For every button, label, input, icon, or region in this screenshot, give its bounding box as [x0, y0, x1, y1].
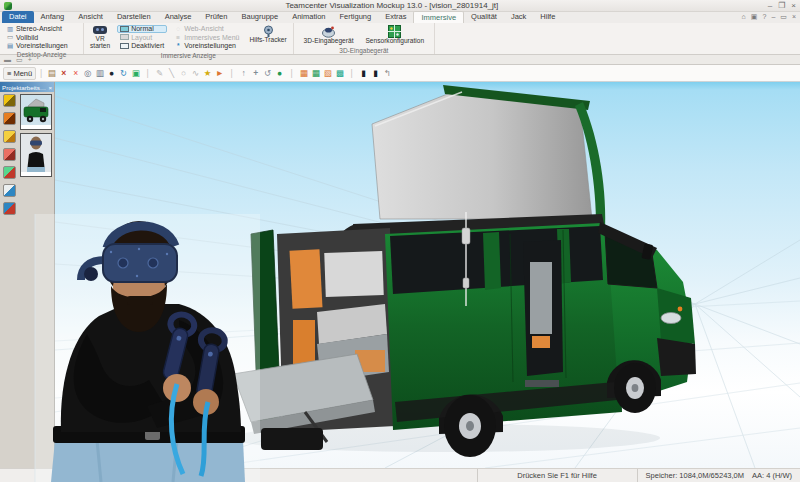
tab-label: Fertigung — [340, 12, 372, 21]
vr-starten-button[interactable]: VR starten — [87, 24, 113, 51]
display-mode-normal-button[interactable]: Normal — [117, 25, 167, 33]
freehand-markup-icon: ∿ — [190, 66, 201, 80]
delete-icon[interactable]: × — [58, 66, 69, 80]
toggle-panel-icon[interactable]: ▭ — [16, 56, 23, 64]
tab-label: Extras — [385, 12, 406, 21]
panel-title-bar[interactable]: Projektarbeitsbe... × — [0, 82, 54, 92]
immersive-voreinstellungen-button[interactable]: * Voreinstellungen — [171, 42, 242, 50]
side-door-opening — [523, 240, 563, 387]
jeans — [51, 440, 245, 482]
navigate-icon[interactable] — [3, 202, 16, 215]
desktop-voreinstellungen-button[interactable]: ▤ Voreinstellungen — [3, 42, 80, 50]
image-icon[interactable] — [3, 112, 16, 125]
grid-green-icon[interactable]: ▦ — [310, 66, 321, 80]
link-icon[interactable] — [3, 148, 16, 161]
tab-pruefen[interactable]: Prüfen — [198, 11, 234, 23]
tab-fertigung[interactable]: Fertigung — [333, 11, 379, 23]
minimize-window-icon[interactable]: – — [768, 1, 772, 11]
tab-label: Baugruppe — [241, 12, 278, 21]
restore-window-icon[interactable]: ❐ — [778, 1, 785, 11]
cascade-windows-icon[interactable]: ▣ — [751, 13, 758, 21]
monitor-layout-icon — [120, 34, 129, 40]
rear-wheel — [444, 395, 496, 457]
status-memory-text: Speicher: 1084,0M/65243,0M — [646, 471, 744, 480]
table-teal-icon[interactable]: ▩ — [334, 66, 345, 80]
tab-label: Immersive — [421, 13, 456, 22]
display-mode-deaktiviert-button[interactable]: Deaktiviert — [117, 42, 167, 50]
tab-qualitaet[interactable]: Qualität — [464, 11, 504, 23]
home-view-icon[interactable]: ⌂ — [742, 13, 746, 21]
front-wheel — [614, 363, 656, 413]
vollbild-button[interactable]: ▭ Vollbild — [3, 34, 80, 42]
grid-swap-icon[interactable]: ▧ — [322, 66, 333, 80]
pencil-markup-icon: ✎ — [154, 66, 165, 80]
sensorkonfiguration-button[interactable]: Sensorkonfiguration — [362, 24, 427, 46]
status-help-text: Drücken Sie F1 für Hilfe — [517, 471, 597, 480]
toggle-layout-icon[interactable]: ▬ — [4, 56, 11, 63]
status-aa-text: AA: 4 (H/W) — [752, 471, 792, 480]
chart-icon[interactable] — [3, 184, 16, 197]
tab-label: Anfang — [41, 12, 65, 21]
open-document-icon[interactable]: ▤ — [46, 66, 57, 80]
tab-label: Qualität — [471, 12, 497, 21]
immersives-menue-button: ≡ Immersives Menü — [171, 34, 242, 42]
panel-close-icon[interactable]: × — [48, 84, 52, 91]
tab-darstellen[interactable]: Darstellen — [110, 11, 158, 23]
grid-orange-icon[interactable]: ▦ — [298, 66, 309, 80]
restore-document-icon[interactable]: ▭ — [780, 13, 787, 21]
vr-person-snapshot-thumbnail[interactable] — [20, 133, 52, 177]
tab-animation[interactable]: Animation — [285, 11, 332, 23]
material-icon[interactable]: ● — [274, 66, 285, 80]
tab-label: Analyse — [165, 12, 192, 21]
bar-tool-icon[interactable]: ▮ — [358, 66, 369, 80]
move-up-icon[interactable]: ↑ — [238, 66, 249, 80]
bar-tool2-icon[interactable]: ▮ — [370, 66, 381, 80]
tab-label: Datei — [9, 12, 27, 21]
tab-label: Jack — [511, 12, 526, 21]
van-snapshot-thumbnail[interactable] — [20, 94, 52, 130]
monitor-disabled-icon — [120, 43, 129, 49]
tab-extras[interactable]: Extras — [378, 11, 413, 23]
snapshot-icon[interactable]: ▣ — [130, 66, 141, 80]
close-document-icon[interactable]: × — [792, 13, 796, 21]
transform-icon[interactable]: + — [250, 66, 261, 80]
folder-icon[interactable] — [3, 130, 16, 143]
gears-icon[interactable] — [3, 166, 16, 179]
highlight-icon[interactable]: ★ — [202, 66, 213, 80]
hilfs-tracker-button[interactable]: Hilfs-Tracker — [246, 24, 289, 45]
zoom-select-icon[interactable]: ◎ — [82, 66, 93, 80]
tab-baugruppe[interactable]: Baugruppe — [234, 11, 285, 23]
vr-user-photo — [27, 214, 260, 482]
tab-label: Ansicht — [78, 12, 103, 21]
tab-anfang[interactable]: Anfang — [34, 11, 72, 23]
van-thumbnail-image — [21, 95, 51, 125]
stereo-ansicht-button[interactable]: ▥ Stereo-Ansicht — [3, 25, 80, 33]
minimize-document-icon[interactable]: – — [771, 13, 775, 21]
undo-icon[interactable]: ↰ — [382, 66, 393, 80]
session-key-icon[interactable] — [3, 94, 16, 107]
close-window-icon[interactable]: × — [791, 1, 796, 11]
tab-immersive[interactable]: Immersive — [413, 11, 464, 23]
add-view-icon[interactable]: + — [28, 56, 32, 63]
tab-analyse[interactable]: Analyse — [158, 11, 199, 23]
separator: | — [142, 66, 153, 80]
tab-hilfe[interactable]: Hilfe — [533, 11, 562, 23]
help-icon[interactable]: ? — [762, 13, 766, 21]
hamburger-icon: ≡ — [7, 69, 11, 78]
circle-markup-icon: ○ — [178, 66, 189, 80]
web-ansicht-button: ◌ Web-Ansicht — [171, 25, 242, 33]
tab-ansicht[interactable]: Ansicht — [71, 11, 110, 23]
arrow-markup-icon[interactable]: ► — [214, 66, 225, 80]
rotate-icon[interactable]: ↺ — [262, 66, 273, 80]
delete-all-icon[interactable]: × — [70, 66, 81, 80]
menu-button[interactable]: ≡ Menü — [3, 67, 36, 80]
web-view-icon: ◌ — [174, 25, 182, 32]
app-icon — [4, 2, 12, 10]
tab-datei[interactable]: Datei — [2, 11, 34, 23]
refresh-view-icon[interactable]: ↻ — [118, 66, 129, 80]
window-title: Teamcenter Visualization Mockup 13.0 - [… — [16, 1, 768, 10]
3d-eingabegeraet-button[interactable]: 3D-Eingabegerät — [301, 24, 357, 46]
measure-icon[interactable]: ▥ — [94, 66, 105, 80]
tab-jack[interactable]: Jack — [504, 11, 533, 23]
render-mode-icon[interactable]: ● — [106, 66, 117, 80]
